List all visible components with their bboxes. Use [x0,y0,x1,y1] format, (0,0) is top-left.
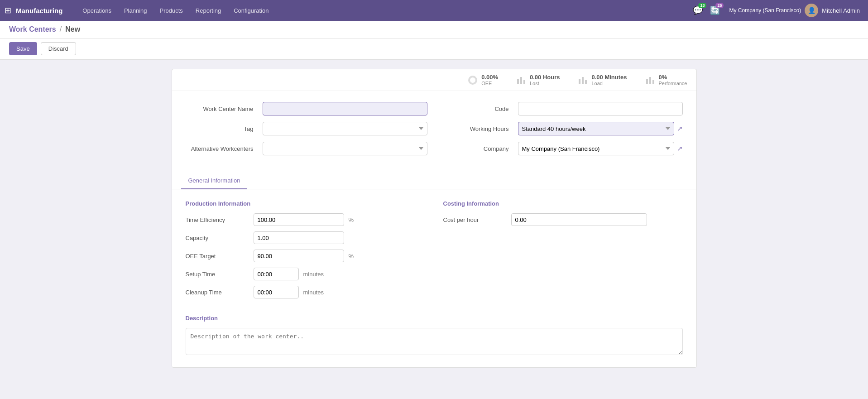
setup-time-label: Setup Time [186,271,249,278]
capacity-row: Capacity [186,231,425,244]
nav-icons: 💬 13 🔄 25 My Company (San Francisco) 👤 M… [691,4,863,17]
description-section: Description [172,315,696,367]
breadcrumb: Work Centers / New [0,21,868,38]
code-group: Code [441,102,683,115]
company-select-wrapper: My Company (San Francisco) ↗ [518,142,683,155]
load-value: 0.00 Minutes [591,74,627,81]
performance-value: 0% [659,74,687,81]
description-textarea[interactable] [186,328,683,355]
discard-button[interactable]: Discard [41,42,76,55]
oee-label: OEE [481,81,498,86]
cleanup-time-unit: minutes [303,289,326,296]
nav-item-operations[interactable]: Operations [76,0,118,21]
time-efficiency-row: Time Efficiency % [186,213,425,226]
top-navigation: ⊞ Manufacturing Operations Planning Prod… [0,0,868,21]
oee-donut-icon [468,75,478,85]
nav-item-planning[interactable]: Planning [118,0,153,21]
alternative-workcenters-group: Alternative Workcenters [186,142,427,155]
nav-item-reporting[interactable]: Reporting [189,0,227,21]
svg-rect-4 [523,80,525,84]
cleanup-time-label: Cleanup Time [186,289,249,296]
oee-target-unit: % [349,253,371,260]
breadcrumb-separator: / [60,25,62,34]
main-content: 0.00% OEE 0.00 Hours Lost [0,60,868,377]
svg-rect-5 [579,79,580,84]
user-section[interactable]: My Company (San Francisco) 👤 Mitchell Ad… [725,4,863,17]
production-info-column: Production Information Time Efficiency %… [186,200,425,304]
breadcrumb-parent[interactable]: Work Centers [9,25,56,34]
form-row-3: Alternative Workcenters Company My Compa… [186,142,683,155]
stat-lost: 0.00 Hours Lost [516,74,560,86]
performance-label: Performance [659,81,687,86]
time-efficiency-unit: % [349,216,371,223]
user-name: Mitchell Admin [822,7,860,14]
load-label: Load [591,81,627,86]
nav-item-products[interactable]: Products [153,0,189,21]
tag-label: Tag [186,125,258,132]
tabs-bar: General Information [172,173,696,189]
svg-rect-7 [585,80,587,84]
company-select[interactable]: My Company (San Francisco) [518,142,674,155]
capacity-label: Capacity [186,235,249,241]
code-input[interactable] [518,102,683,115]
tag-group: Tag [186,122,427,135]
setup-time-unit: minutes [303,271,326,278]
activity-icon[interactable]: 🔄 25 [708,4,722,17]
time-efficiency-label: Time Efficiency [186,216,249,223]
setup-time-row: Setup Time minutes [186,268,425,280]
cleanup-time-input[interactable] [254,286,299,298]
working-hours-group: Working Hours Standard 40 hours/week ↗ [441,122,683,135]
app-grid-icon[interactable]: ⊞ [5,5,11,15]
company-label: Company [441,145,513,152]
lost-label: Lost [530,81,560,86]
messages-icon[interactable]: 💬 13 [691,4,705,17]
capacity-input[interactable] [254,231,344,244]
working-hours-select[interactable]: Standard 40 hours/week [518,122,674,135]
svg-rect-2 [517,79,519,84]
company-ext-link[interactable]: ↗ [677,144,683,153]
work-center-name-input[interactable] [263,102,427,115]
stat-load: 0.00 Minutes Load [578,74,627,86]
cost-per-hour-input[interactable] [511,213,647,226]
company-group: Company My Company (San Francisco) ↗ [441,142,683,155]
svg-point-0 [469,77,476,84]
load-chart-icon [578,75,588,85]
setup-time-input[interactable] [254,268,299,280]
stat-performance: 0% Performance [645,74,687,86]
working-hours-label: Working Hours [441,125,513,132]
tag-select[interactable] [263,122,427,135]
nav-item-configuration[interactable]: Configuration [227,0,275,21]
cleanup-time-row: Cleanup Time minutes [186,286,425,298]
stats-bar: 0.00% OEE 0.00 Hours Lost [172,69,696,91]
description-heading: Description [186,315,683,322]
time-efficiency-input[interactable] [254,213,344,226]
costing-heading: Costing Information [443,200,683,207]
oee-target-input[interactable] [254,250,344,262]
messages-badge: 13 [698,3,706,8]
work-center-name-label: Work Center Name [186,106,258,112]
tab-general-information[interactable]: General Information [181,173,248,189]
form-row-2: Tag Working Hours Standard 40 hours/week… [186,122,683,135]
performance-chart-icon [645,75,655,85]
production-heading: Production Information [186,200,425,207]
code-label: Code [441,106,513,112]
tag-select-wrapper [263,122,427,135]
lost-value: 0.00 Hours [530,74,560,81]
cost-per-hour-row: Cost per hour [443,213,683,226]
save-button[interactable]: Save [9,42,37,55]
svg-rect-8 [646,79,648,84]
alternative-workcenters-label: Alternative Workcenters [186,145,258,152]
cost-per-hour-label: Cost per hour [443,216,507,223]
svg-rect-3 [520,77,522,84]
oee-target-label: OEE Target [186,253,249,260]
section-content: Production Information Time Efficiency %… [172,189,696,315]
oee-value: 0.00% [481,74,498,81]
working-hours-select-wrapper: Standard 40 hours/week ↗ [518,122,683,135]
working-hours-ext-link[interactable]: ↗ [677,125,683,133]
alt-workcenter-select-wrapper [263,142,427,155]
oee-target-row: OEE Target % [186,250,425,262]
alternative-workcenters-select[interactable] [263,142,427,155]
stat-oee: 0.00% OEE [468,74,498,86]
work-center-name-group: Work Center Name [186,102,427,115]
svg-rect-10 [652,80,654,84]
